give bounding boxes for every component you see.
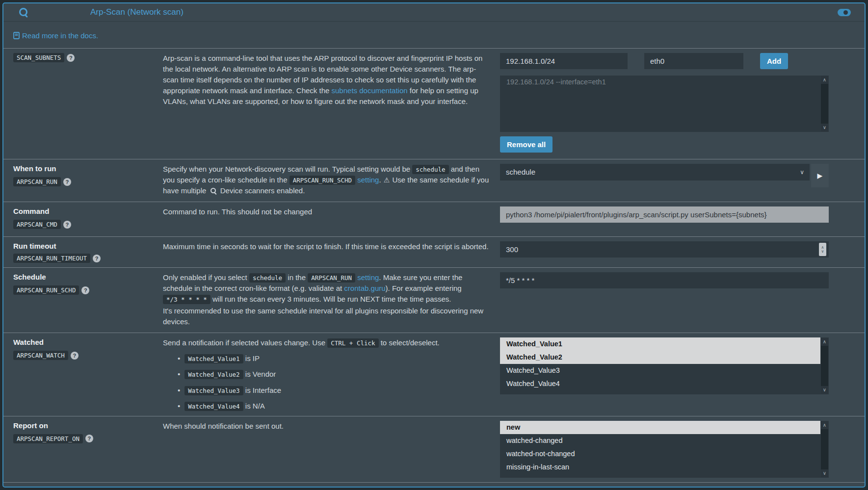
remove-all-button[interactable]: Remove all	[500, 136, 552, 153]
bullet-dot: •	[178, 386, 180, 394]
plugin-enabled-toggle[interactable]	[838, 9, 851, 16]
scroll-down-icon[interactable]: ∨	[821, 469, 828, 477]
description-text: .	[379, 176, 383, 184]
scrollbar[interactable]: ∧ ∨	[821, 76, 828, 131]
inline-code-badge: CTRL + Click	[327, 338, 378, 348]
scrollbar[interactable]: ∧ ∨	[821, 421, 828, 477]
magnifier-icon	[210, 187, 217, 194]
option[interactable]: missing-in-last-scan	[500, 461, 820, 474]
setting-row-when-to-run: When to run ARPSCAN_RUN ? Specify when y…	[3, 159, 865, 202]
option[interactable]: Watched_Value2	[500, 351, 820, 364]
scrollbar[interactable]: ∧ ∨	[821, 338, 828, 394]
setting-title: Report on	[13, 421, 163, 430]
setting-title: When to run	[13, 164, 163, 173]
scroll-down-icon[interactable]: ∨	[821, 124, 828, 131]
setting-row-arguments: Arguments ARPSCAN_ARGS ? Arguments to ru…	[3, 482, 865, 488]
setting-row-schedule: Schedule ARPSCAN_RUN_SCHD ? Only enabled…	[3, 267, 865, 333]
inline-code-badge: */3 * * * *	[163, 295, 210, 304]
help-icon[interactable]: ?	[85, 435, 93, 442]
setting-key-badge: SCAN_SUBNETS	[13, 53, 64, 62]
description-text: Only enabled if you select	[163, 273, 249, 282]
scroll-up-icon[interactable]: ∧	[821, 76, 828, 84]
setting-key-badge: ARPSCAN_CMD	[13, 220, 61, 229]
timeout-value: 300	[506, 245, 518, 254]
option[interactable]: Watched_Value1	[500, 337, 820, 351]
settings-panel: Arp-Scan (Network scan) Read more in the…	[2, 2, 866, 488]
setting-description: Arp-scan is a command-line tool that use…	[163, 53, 489, 155]
search-icon[interactable]	[18, 7, 29, 18]
watched-multiselect[interactable]: Watched_Value1Watched_Value2Watched_Valu…	[500, 337, 829, 394]
bullet-dot: •	[178, 354, 180, 362]
option[interactable]: Watched_Value3	[500, 364, 820, 377]
setting-title: Command	[13, 207, 163, 215]
number-spinner-icon[interactable]: ∧∨	[819, 243, 826, 256]
help-icon[interactable]: ?	[93, 255, 101, 262]
description-text: is Interface	[243, 386, 282, 394]
add-button[interactable]: Add	[760, 53, 788, 69]
scrollbar-track[interactable]	[821, 84, 828, 124]
docs-link[interactable]: Read more in the docs.	[13, 31, 98, 40]
inline-link[interactable]: crontab.guru	[344, 284, 385, 292]
setting-key-badge: ARPSCAN_RUN_SCHD	[13, 285, 79, 295]
inline-link[interactable]: subnets documentation	[332, 86, 408, 95]
setting-description: Arguments to run arps-scan with. Recomme…	[163, 487, 489, 488]
description-text: Send a notification if selected values c…	[163, 338, 327, 347]
inline-code-badge: schedule	[249, 273, 286, 283]
setting-row-report-on: Report on ARPSCAN_REPORT_ON ? When shoul…	[3, 416, 865, 482]
inline-code-badge: schedule	[412, 165, 448, 174]
play-icon: ▶	[817, 172, 823, 180]
description-text: will run the scan every 3 minutes. Will …	[210, 295, 451, 303]
warning-icon: ⚠	[384, 176, 390, 184]
timeout-input[interactable]: 300 ∧∨	[500, 241, 829, 258]
help-icon[interactable]: ?	[63, 221, 71, 229]
help-icon[interactable]: ?	[67, 54, 75, 62]
inline-code-badge: Watched_Value3	[184, 386, 243, 395]
option[interactable]: 192.168.1.0/24 --interface=eth1	[500, 76, 820, 89]
option[interactable]: Watched_Value4	[500, 377, 820, 390]
scroll-up-icon[interactable]: ∧	[821, 421, 828, 429]
setting-title: Watched	[13, 338, 163, 346]
description-text: Specify when your Network-discovery scan…	[163, 165, 412, 173]
inline-code-badge: Watched_Value4	[184, 402, 243, 411]
description-text: ). For example entering	[386, 284, 462, 292]
description-text: When should notification be sent out.	[163, 422, 284, 430]
description-text: is N/A	[243, 402, 265, 410]
subnet-input[interactable]: 192.168.1.0/24	[500, 53, 628, 69]
schedule-input[interactable]: */5 * * * *	[500, 272, 829, 288]
docs-bar: Read more in the docs.	[3, 22, 865, 48]
docs-link-label: Read more in the docs.	[22, 31, 98, 40]
setting-row-scan-subnets: SCAN_SUBNETS ? Arp-scan is a command-lin…	[3, 48, 865, 159]
run-select-value: schedule	[506, 168, 535, 176]
scroll-up-icon[interactable]: ∧	[821, 338, 828, 346]
report-on-multiselect[interactable]: newwatched-changedwatched-not-changedmis…	[500, 421, 829, 478]
setting-key-badge: ARPSCAN_RUN_TIMEOUT	[13, 254, 90, 263]
command-input: python3 /home/pi/pialert/front/plugins/a…	[500, 206, 829, 223]
inline-link[interactable]: setting	[357, 273, 379, 282]
setting-description: Specify when your Network-discovery scan…	[163, 164, 489, 197]
description-text: is IP	[243, 354, 260, 362]
scrollbar-track[interactable]	[821, 346, 828, 386]
setting-key-badge: ARPSCAN_WATCH	[13, 351, 68, 360]
scroll-down-icon[interactable]: ∨	[821, 386, 828, 394]
bullet-dot: •	[178, 370, 180, 378]
run-select[interactable]: schedule ∨	[500, 164, 810, 181]
option[interactable]: watched-changed	[500, 434, 820, 447]
setting-row-command: Command ARPSCAN_CMD ? Command to run. Th…	[3, 202, 865, 236]
help-icon[interactable]: ?	[81, 286, 89, 294]
inline-code-badge: ARPSCAN_RUN_SCHD	[289, 176, 355, 185]
panel-header: Arp-Scan (Network scan)	[3, 3, 865, 22]
description-text: Maximum time in seconds to wait for the …	[163, 242, 489, 251]
scrollbar-track[interactable]	[821, 429, 828, 469]
interface-input[interactable]: eth0	[644, 53, 743, 69]
subnets-listbox[interactable]: 192.168.1.0/24 --interface=eth1 ∧ ∨	[500, 76, 829, 132]
setting-description: When should notification be sent out.	[163, 421, 489, 478]
inline-link[interactable]: setting	[357, 176, 379, 184]
help-icon[interactable]: ?	[63, 178, 71, 186]
run-now-button[interactable]: ▶	[811, 164, 829, 187]
arguments-input[interactable]: sudo arp-scan --ignoredups --retry=6	[500, 487, 829, 488]
setting-description: Only enabled if you select schedule in t…	[163, 272, 489, 328]
option[interactable]: watched-not-changed	[500, 447, 820, 461]
option[interactable]: new	[500, 421, 820, 434]
help-icon[interactable]: ?	[71, 352, 79, 360]
description-text: Command to run. This should not be chang…	[163, 207, 312, 216]
